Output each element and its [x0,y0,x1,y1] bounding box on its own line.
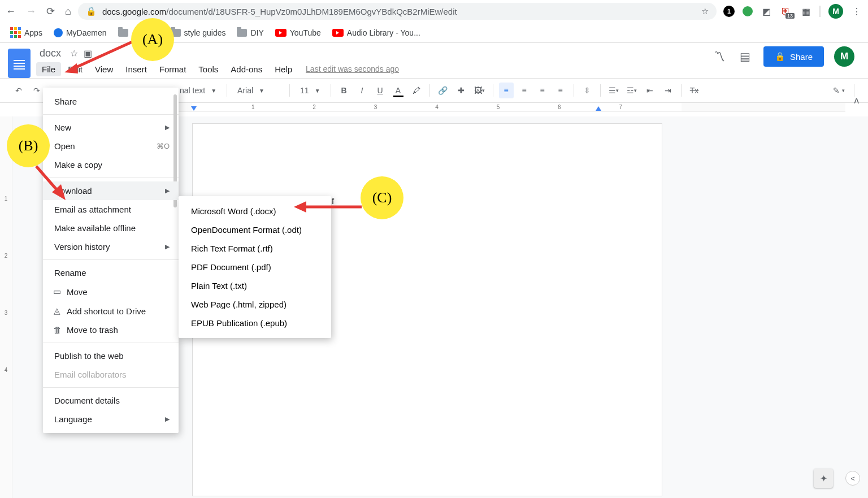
bold-button[interactable]: B [337,83,351,98]
file-menu-add-shortcut[interactable]: ◬Add shortcut to Drive [43,301,179,321]
activity-icon[interactable]: 〽 [711,49,727,64]
file-menu-new[interactable]: New▶ [43,118,179,137]
folder-icon [118,29,128,37]
file-menu-details[interactable]: Document details [43,391,179,410]
extension-notification-icon[interactable]: 1 [723,6,735,17]
file-menu-open[interactable]: Open⌘O [43,137,179,155]
download-epub[interactable]: EPUB Publication (.epub) [179,314,331,332]
download-pdf[interactable]: PDF Document (.pdf) [179,258,331,276]
comments-icon[interactable]: ▤ [737,49,753,64]
font-label: Arial [237,86,253,95]
increase-indent-button[interactable]: ⇥ [661,83,675,98]
decrease-indent-button[interactable]: ⇤ [643,83,657,98]
bulleted-list-button[interactable]: ☲▾ [624,83,639,98]
line-spacing-button[interactable]: ⇳ [580,83,594,98]
align-right-button[interactable]: ≡ [535,83,550,98]
menu-separator [43,114,179,115]
download-submenu: Microsoft Word (.docx) OpenDocument Form… [179,196,331,338]
editing-mode-button[interactable]: ✎▾ [831,83,847,98]
highlight-button[interactable]: 🖍 [409,83,424,98]
file-menu-offline[interactable]: Make available offline [43,219,179,237]
download-odt[interactable]: OpenDocument Format (.odt) [179,220,331,239]
file-menu-publish[interactable]: Publish to the web [43,347,179,365]
explore-button[interactable]: ✦ [814,469,833,488]
file-menu-share[interactable]: Share [43,92,179,111]
align-justify-button[interactable]: ≡ [553,83,568,98]
insert-image-button[interactable]: 🖼▾ [472,83,487,98]
bookmark-style-guides[interactable]: style guides [171,28,226,37]
insert-link-button[interactable]: 🔗 [436,83,450,98]
star-icon[interactable]: ☆ [701,6,709,16]
url-text: docs.google.com/document/d/18USFR-5_HupV… [102,7,457,16]
bookmark-diy[interactable]: DIY [237,28,263,37]
extension-grey-icon[interactable]: ◩ [761,6,772,17]
file-menu-move[interactable]: ▭Move [43,282,179,301]
ruler-tick: 2 [313,104,316,110]
file-menu-rename[interactable]: Rename [43,263,179,282]
align-left-button[interactable]: ≡ [499,83,514,98]
style-label: nal text [180,86,205,95]
apps-shortcut[interactable]: Apps [10,27,42,38]
menu-help[interactable]: Help [269,62,298,76]
separator [600,84,601,97]
separator [429,84,430,97]
extensions-grid-icon[interactable]: ▦ [800,6,811,17]
redo-button[interactable]: ↷ [29,83,44,98]
trash-icon: 🗑 [51,325,63,335]
separator [681,84,682,97]
separator [331,84,331,97]
insert-comment-button[interactable]: ✚ [454,83,468,98]
underline-button[interactable]: U [373,83,388,98]
home-button[interactable]: ⌂ [65,6,71,18]
apps-label: Apps [24,28,42,37]
forward-button[interactable]: → [26,6,36,18]
download-html[interactable]: Web Page (.html, zipped) [179,295,331,314]
font-size-select[interactable]: 11▼ [296,86,324,95]
ruler-tick: 4 [435,104,439,110]
profile-avatar[interactable]: M [828,4,843,19]
file-menu-dropdown: Share New▶ Open⌘O Make a copy Download▶ … [43,88,179,433]
menu-format[interactable]: Format [154,62,192,76]
italic-button[interactable]: I [355,83,370,98]
bookmark-mydaemen[interactable]: MyDaemen [54,28,107,37]
docs-logo-icon[interactable] [8,49,31,78]
undo-button[interactable]: ↶ [11,83,26,98]
menu-tools[interactable]: Tools [193,62,224,76]
separator [574,84,574,97]
chrome-separator [819,6,821,17]
menu-addons[interactable]: Add-ons [225,62,268,76]
side-panel-toggle[interactable]: < [845,471,860,486]
menu-separator [43,259,179,260]
share-button[interactable]: 🔒 Share [763,46,824,67]
document-title[interactable]: docx [36,46,64,60]
font-family-select[interactable]: Arial▼ [233,86,284,95]
vertical-ruler[interactable]: 1 2 3 4 [0,116,12,498]
align-center-button[interactable]: ≡ [517,83,532,98]
extension-shield-icon[interactable]: ⛨13 [780,5,792,18]
file-menu-language[interactable]: Language▶ [43,410,179,428]
clear-formatting-button[interactable]: Tx [687,83,702,98]
download-txt[interactable]: Plain Text (.txt) [179,276,331,295]
text-color-button[interactable]: A [391,83,406,98]
back-button[interactable]: ← [6,6,16,18]
account-avatar[interactable]: M [834,46,854,67]
download-rtf[interactable]: Rich Text Format (.rtf) [179,239,331,258]
folder-icon [237,29,247,37]
file-menu-trash[interactable]: 🗑Move to trash [43,321,179,339]
last-edit-link[interactable]: Last edit was seconds ago [306,64,399,73]
extension-green-icon[interactable] [743,6,753,16]
bookmark-label: DIY [250,28,263,37]
paragraph-style-select[interactable]: nal text▼ [175,86,221,95]
reload-button[interactable]: ⟳ [46,5,55,18]
collapse-toolbar-button[interactable]: ʌ [849,93,863,107]
youtube-icon [275,29,287,37]
address-bar[interactable]: 🔒 docs.google.com/document/d/18USFR-5_Hu… [78,3,717,20]
file-menu-version-history[interactable]: Version history▶ [43,237,179,256]
svg-line-0 [72,42,132,69]
numbered-list-button[interactable]: ☰▾ [606,83,621,98]
bookmark-youtube[interactable]: YouTube [275,28,321,37]
bookmark-audio-library[interactable]: Audio Library - You... [332,28,420,37]
menu-file[interactable]: File [36,62,61,76]
bookmark-hidden-folder[interactable] [118,29,128,37]
chrome-menu-icon[interactable]: ⋮ [851,6,862,17]
